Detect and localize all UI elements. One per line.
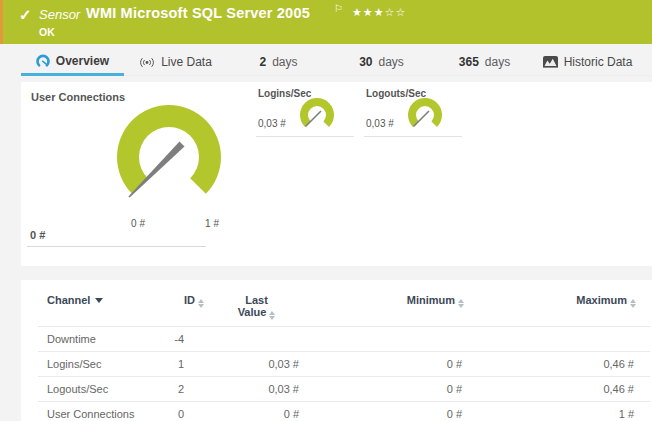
column-header-last-value[interactable]: Last Value [208, 290, 305, 327]
table-row-logouts[interactable]: Logouts/Sec 2 0,03 # 0 # 0,46 # [38, 377, 650, 402]
tab-365-days-label: days [485, 55, 510, 69]
channel-name[interactable]: User Connections [38, 402, 140, 421]
channel-name[interactable]: Logins/Sec [38, 352, 140, 377]
tab-30-days-number: 30 [359, 55, 372, 69]
logouts-value: 0,03 # [366, 118, 394, 129]
tab-365-days[interactable]: 365 days [433, 48, 536, 76]
column-header-channel-label: Channel [47, 294, 90, 306]
table-row-user-connections[interactable]: User Connections 0 0 # 0 # 1 # [38, 402, 650, 421]
channel-last-value: 0,03 # [208, 352, 305, 377]
status-check-icon: ✓ [19, 6, 32, 24]
column-header-minimum-label: Minimum [407, 294, 455, 306]
channel-minimum [305, 327, 468, 352]
channel-maximum: 0,46 # [468, 352, 640, 377]
gauge-divider [27, 246, 206, 247]
channel-minimum: 0 # [305, 402, 468, 421]
channel-name[interactable]: Downtime [38, 327, 140, 352]
sort-icon [269, 311, 275, 320]
channel-id: 1 [140, 352, 208, 377]
channel-last-value [208, 327, 305, 352]
logouts-gauge[interactable]: Logouts/Sec 0,03 # [366, 88, 462, 140]
channel-maximum [468, 327, 640, 352]
gauge-min-label: 0 # [123, 218, 153, 229]
sort-icon [198, 299, 204, 308]
logins-value: 0,03 # [258, 118, 286, 129]
channel-maximum: 1 # [468, 402, 640, 421]
table-header-row: Channel ID Last Value Minimum Maximum [38, 290, 650, 327]
gauge-icon [36, 54, 50, 68]
channel-name[interactable]: Logouts/Sec [38, 377, 140, 402]
user-connections-gauge-arc [114, 102, 224, 214]
tab-2-days-number: 2 [259, 55, 266, 69]
column-header-maximum-label: Maximum [576, 294, 627, 306]
gauge-max-label: 1 # [197, 218, 227, 229]
prtg-sensor-page: ✓ Sensor WMI Microsoft SQL Server 2005 ⚐… [0, 0, 652, 421]
channel-minimum: 0 # [305, 352, 468, 377]
channel-last-value: 0 # [208, 402, 305, 421]
column-header-id[interactable]: ID [140, 290, 208, 327]
sensor-title: WMI Microsoft SQL Server 2005 [86, 5, 310, 21]
tab-30-days[interactable]: 30 days [330, 48, 433, 76]
logins-gauge[interactable]: Logins/Sec 0,03 # [258, 88, 354, 140]
logins-gauge-arc [298, 96, 336, 134]
gauge-divider [256, 136, 354, 137]
tab-bar: Overview Live Data 2 days 30 days 365 [21, 48, 652, 76]
column-header-minimum[interactable]: Minimum [305, 290, 468, 327]
tab-historic-data[interactable]: Historic Data [536, 48, 639, 76]
column-header-id-label: ID [184, 294, 195, 306]
gauges-panel: User Connections 0 # 1 # 0 # Logins/Sec … [21, 82, 652, 266]
tab-2-days[interactable]: 2 days [227, 48, 330, 76]
column-header-maximum[interactable]: Maximum [468, 290, 640, 327]
channels-panel: Channel ID Last Value Minimum Maximum [21, 280, 652, 421]
broadcast-icon [139, 56, 155, 68]
tab-2-days-label: days [272, 55, 297, 69]
tab-live-data[interactable]: Live Data [124, 48, 227, 76]
sensor-kind-label: Sensor [39, 7, 80, 22]
tab-overview-label: Overview [56, 54, 109, 68]
channel-id: -4 [140, 327, 208, 352]
channel-last-value: 0,03 # [208, 377, 305, 402]
area-chart-icon [543, 56, 558, 68]
sort-icon [458, 299, 464, 308]
channel-id: 0 [140, 402, 208, 421]
tab-live-data-label: Live Data [161, 55, 212, 69]
table-row-logins[interactable]: Logins/Sec 1 0,03 # 0 # 0,46 # [38, 352, 650, 377]
status-badge: OK [39, 26, 55, 38]
sort-icon [630, 299, 636, 308]
user-connections-value: 0 # [30, 229, 45, 241]
header-accent-strip [0, 0, 3, 44]
gauge-divider [364, 136, 462, 137]
sensor-header: ✓ Sensor WMI Microsoft SQL Server 2005 ⚐… [0, 0, 652, 44]
priority-stars[interactable]: ★★★☆☆ [352, 6, 406, 19]
channels-table: Channel ID Last Value Minimum Maximum [38, 290, 650, 421]
logouts-gauge-arc [406, 96, 444, 134]
channel-minimum: 0 # [305, 377, 468, 402]
table-row-downtime[interactable]: Downtime -4 [38, 327, 650, 352]
tab-overview[interactable]: Overview [21, 48, 124, 76]
tab-30-days-label: days [379, 55, 404, 69]
channel-id: 2 [140, 377, 208, 402]
user-connections-gauge-title: User Connections [31, 91, 125, 103]
flag-icon[interactable]: ⚐ [334, 3, 343, 14]
tab-historic-data-label: Historic Data [564, 55, 633, 69]
tab-365-days-number: 365 [459, 55, 479, 69]
sort-desc-icon [95, 298, 103, 303]
column-header-channel[interactable]: Channel [38, 290, 140, 327]
column-header-last-value-label: Last Value [238, 294, 268, 318]
user-connections-gauge[interactable]: User Connections 0 # 1 # 0 # [27, 88, 239, 258]
channel-maximum: 0,46 # [468, 377, 640, 402]
